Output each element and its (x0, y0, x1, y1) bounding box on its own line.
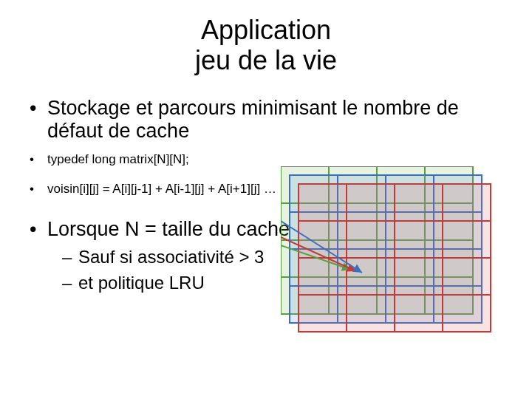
bullet-item: typedef long matrix[N][N]; (30, 151, 502, 168)
sub-text: Sauf si associativité > 3 (78, 247, 264, 267)
bullet-text: typedef long matrix[N][N]; (47, 152, 189, 166)
bullet-list: Stockage et parcours minimisant le nombr… (30, 97, 502, 295)
title-line-2: jeu de la vie (195, 45, 337, 75)
bullet-text: Lorsque N = taille du cache (47, 218, 290, 240)
bullet-item: voisin[i][j] = A[i][j-1] + A[i-1][j] + A… (30, 181, 502, 197)
sub-item: et politique LRU (47, 271, 502, 294)
sub-list: Sauf si associativité > 3 et politique L… (47, 245, 502, 294)
bullet-text: voisin[i][j] = A[i][j-1] + A[i-1][j] + A… (47, 182, 276, 196)
title-line-1: Application (201, 15, 331, 45)
sub-item: Sauf si associativité > 3 (47, 245, 502, 268)
slide-title: Application jeu de la vie (30, 15, 502, 76)
bullet-text: Stockage et parcours minimisant le nombr… (47, 97, 459, 142)
bullet-item: Stockage et parcours minimisant le nombr… (30, 97, 502, 143)
bullet-item: Lorsque N = taille du cache Sauf si asso… (30, 218, 502, 294)
slide: Application jeu de la vie Stockage et pa… (0, 0, 532, 399)
sub-text: et politique LRU (78, 273, 205, 293)
